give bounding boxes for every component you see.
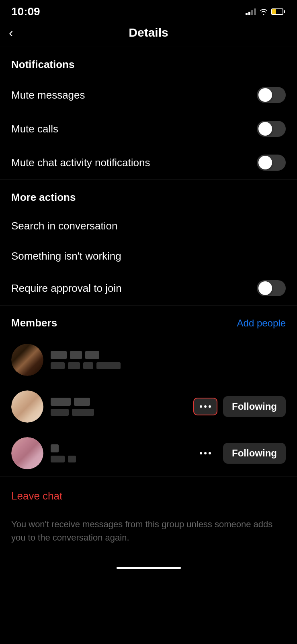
battery-icon (271, 8, 286, 15)
toggle-knob (258, 88, 272, 102)
member-3-actions: Following (193, 443, 286, 464)
page-header: ‹ Details (0, 22, 297, 47)
member-2-name-blocks (51, 398, 186, 406)
search-in-conversation-label: Search in conversation (11, 220, 117, 232)
member-3-sub-blocks (51, 456, 186, 462)
something-wrong-row[interactable]: Something isn't working (0, 241, 297, 271)
signal-strength-icon (246, 8, 256, 15)
member-2-following-button[interactable]: Following (223, 396, 286, 417)
mute-messages-row: Mute messages (0, 78, 297, 112)
member-2-sub-blocks (51, 409, 186, 416)
member-2-more-button[interactable] (193, 398, 217, 415)
dot (204, 452, 207, 454)
mute-chat-activity-label: Mute chat activity notifications (11, 157, 150, 169)
toggle-knob (258, 281, 272, 295)
home-bar (117, 567, 181, 569)
add-people-button[interactable]: Add people (237, 318, 286, 329)
mute-messages-label: Mute messages (11, 89, 85, 101)
member-2-avatar (11, 390, 43, 423)
status-time: 10:09 (11, 5, 40, 18)
member-3-more-button[interactable] (193, 444, 217, 462)
notifications-section-header: Notifications (0, 47, 297, 78)
leave-chat-section: Leave chat (0, 477, 297, 510)
mute-calls-toggle[interactable] (257, 121, 286, 137)
mute-chat-activity-toggle[interactable] (257, 155, 286, 171)
member-3-info (51, 444, 186, 462)
sub-block (72, 409, 94, 416)
dot (200, 452, 202, 454)
members-label: Members (11, 317, 57, 329)
dot (200, 405, 202, 408)
toggle-knob (258, 156, 272, 169)
sub-block (51, 409, 69, 416)
require-approval-label: Require approval to join (11, 282, 122, 295)
member-row-2: Following (0, 383, 297, 430)
sub-block (51, 362, 65, 369)
member-3-avatar (11, 437, 43, 469)
member-row-1 (0, 336, 297, 383)
footer-message-section: You won't receive messages from this gro… (0, 510, 297, 560)
member-3-following-button[interactable]: Following (223, 443, 286, 464)
name-block (70, 351, 82, 359)
mute-calls-row: Mute calls (0, 112, 297, 146)
home-indicator (0, 560, 297, 573)
mute-calls-label: Mute calls (11, 123, 58, 135)
name-block (74, 398, 90, 406)
member-1-name-blocks (51, 351, 286, 359)
page-title: Details (129, 26, 168, 39)
sub-block (83, 362, 93, 369)
something-wrong-label: Something isn't working (11, 250, 121, 262)
more-actions-label: More actions (11, 191, 76, 203)
sub-block (68, 362, 80, 369)
mute-messages-toggle[interactable] (257, 87, 286, 103)
status-bar: 10:09 (0, 0, 297, 22)
sub-block (68, 456, 76, 462)
members-section-header: Members Add people (0, 305, 297, 336)
wifi-icon (259, 8, 268, 15)
member-1-sub-blocks (51, 362, 286, 369)
name-block (85, 351, 99, 359)
footer-message-text: You won't receive messages from this gro… (11, 519, 272, 543)
more-actions-section-header: More actions (0, 180, 297, 211)
name-block (51, 351, 67, 359)
require-approval-row: Require approval to join (0, 271, 297, 305)
member-2-actions: Following (193, 396, 286, 417)
search-in-conversation-row[interactable]: Search in conversation (0, 211, 297, 241)
member-row-3: Following (0, 430, 297, 477)
leave-chat-button[interactable]: Leave chat (11, 490, 62, 502)
back-button[interactable]: ‹ (9, 25, 13, 40)
dot (209, 452, 211, 454)
member-1-avatar (11, 344, 43, 376)
dot (204, 405, 207, 408)
sub-block (96, 362, 121, 369)
name-block (51, 398, 71, 406)
dot (209, 405, 211, 408)
name-block (51, 444, 59, 452)
toggle-knob (258, 122, 272, 136)
sub-block (51, 456, 65, 462)
member-3-name-blocks (51, 444, 186, 452)
status-icons (246, 8, 286, 15)
require-approval-toggle[interactable] (257, 280, 286, 296)
member-2-info (51, 398, 186, 416)
notifications-label: Notifications (11, 58, 74, 70)
member-1-info (51, 351, 286, 369)
content: Notifications Mute messages Mute calls M… (0, 47, 297, 560)
mute-chat-activity-row: Mute chat activity notifications (0, 146, 297, 180)
